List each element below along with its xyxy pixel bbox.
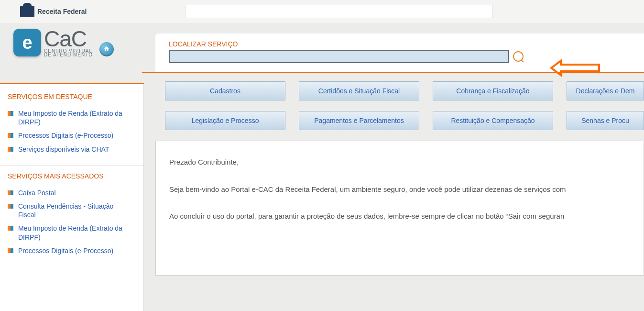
bullet-icon — [8, 248, 13, 253]
category-label: Cobrança e Fiscalização — [456, 87, 529, 95]
sidebar-destaque-title: SERVIÇOS EM DESTAQUE — [0, 89, 143, 104]
sidebar-item-acessados-1[interactable]: Consulta Pendências - Situação Fiscal — [18, 202, 128, 219]
category-certidoes[interactable]: Certidões e Situação Fiscal — [299, 81, 419, 100]
top-blank-input[interactable] — [185, 5, 493, 18]
home-icon — [103, 45, 110, 54]
bullet-icon — [8, 204, 13, 209]
sidebar-item-destaque-0[interactable]: Meu Imposto de Renda (Extrato da DIRPF) — [18, 109, 128, 126]
category-label: Restituição e Compensação — [451, 117, 535, 124]
bullet-icon — [8, 133, 13, 138]
category-declaracoes[interactable]: Declarações e Dem — [567, 81, 644, 100]
search-input[interactable] — [169, 50, 509, 63]
category-pagamentos[interactable]: Pagamentos e Parcelamentos — [299, 111, 419, 130]
welcome-panel: Prezado Contribuinte, Seja bem-vindo ao … — [155, 141, 644, 276]
bullet-icon — [8, 111, 13, 116]
sidebar-divider — [0, 165, 143, 166]
bullet-icon — [8, 147, 13, 152]
category-label: Certidões e Situação Fiscal — [318, 87, 400, 95]
category-label: Pagamentos e Parcelamentos — [314, 117, 404, 124]
ecac-cac-text: CaC — [44, 28, 93, 50]
org-name: Receita Federal — [37, 8, 87, 15]
welcome-line-1: Seja bem-vindo ao Portal e-CAC da Receit… — [169, 183, 630, 197]
search-label: LOCALIZAR SERVIÇO — [169, 40, 631, 48]
ecac-e-badge-icon: e — [13, 29, 41, 56]
sidebar-item-acessados-0[interactable]: Caixa Postal — [18, 189, 56, 197]
category-grid: Cadastros Certidões e Situação Fiscal Co… — [165, 81, 644, 130]
sidebar: SERVIÇOS EM DESTAQUE Meu Imposto de Rend… — [0, 83, 144, 311]
ecac-sub2: DE ATENDIMENTO — [44, 53, 93, 57]
bullet-icon — [8, 226, 13, 231]
category-restituicao[interactable]: Restituição e Compensação — [433, 111, 553, 130]
search-icon[interactable] — [513, 51, 524, 62]
receita-federal-logo-icon — [20, 6, 34, 17]
orange-divider — [142, 72, 644, 73]
sidebar-item-destaque-2[interactable]: Serviços disponíveis via CHAT — [18, 145, 109, 154]
top-bar: Receita Federal — [0, 0, 644, 23]
category-label: Declarações e Dem — [576, 87, 635, 95]
category-label: Legislação e Processo — [192, 117, 259, 124]
welcome-greeting: Prezado Contribuinte, — [169, 156, 630, 169]
category-label: Cadastros — [210, 87, 240, 95]
category-label: Senhas e Procu — [581, 117, 629, 124]
sidebar-item-destaque-1[interactable]: Processos Digitais (e-Processo) — [18, 131, 113, 140]
category-legislacao[interactable]: Legislação e Processo — [165, 111, 285, 130]
search-panel: LOCALIZAR SERVIÇO — [155, 33, 644, 72]
welcome-line-2: Ao concluir o uso do portal, para garant… — [169, 210, 630, 223]
category-senhas[interactable]: Senhas e Procu — [567, 111, 644, 130]
bullet-icon — [8, 190, 13, 195]
category-cadastros[interactable]: Cadastros — [165, 81, 285, 100]
sidebar-item-acessados-3[interactable]: Processos Digitais (e-Processo) — [18, 246, 113, 255]
ecac-logo-block: e CaC CENTRO VIRTUAL DE ATENDIMENTO — [0, 23, 142, 57]
sidebar-acessados-title: SERVIÇOS MAIS ACESSADOS — [0, 168, 143, 184]
sidebar-item-acessados-2[interactable]: Meu Imposto de Renda (Extrato da DIRPF) — [18, 224, 128, 241]
category-cobranca[interactable]: Cobrança e Fiscalização — [433, 81, 553, 100]
annotation-arrow-icon — [546, 58, 604, 79]
home-button[interactable] — [99, 42, 114, 56]
